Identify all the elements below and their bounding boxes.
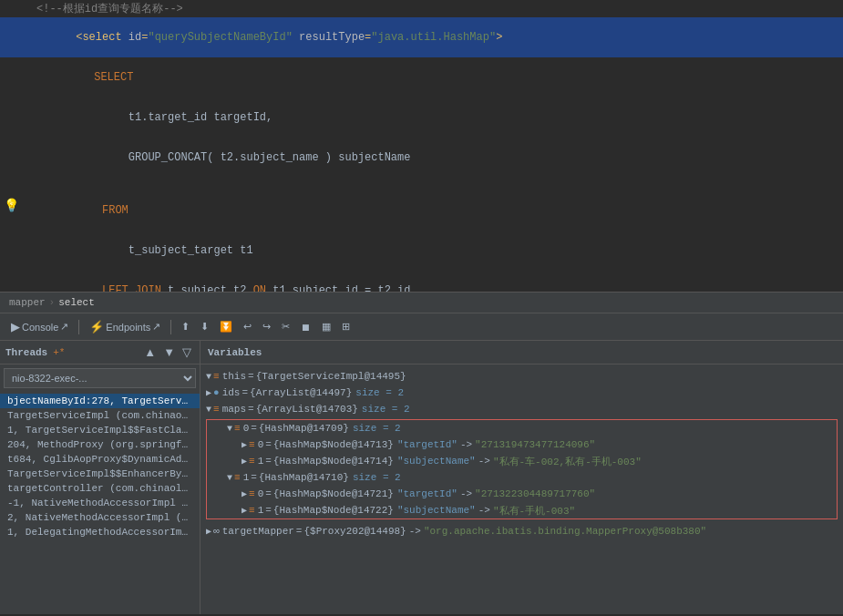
var-val-maps-0-0: {HashMap$Node@14713} xyxy=(273,439,394,450)
thread-item[interactable]: 1, DelegatingMethodAccessorImpl (. xyxy=(0,525,200,539)
expand-maps-0-0[interactable]: ▶ xyxy=(242,439,247,450)
nav-btn-7[interactable]: ⏹ xyxy=(297,320,314,334)
nav-btn-3[interactable]: ⏬ xyxy=(216,319,236,334)
var-row-ids[interactable]: ▶ ● ids = {ArrayList@14497} size = 2 xyxy=(200,385,843,401)
var-eq-maps-1-1: = xyxy=(265,505,272,516)
console-tab[interactable]: ▶ Console ↗ xyxy=(7,318,72,335)
nav-btn-4[interactable]: ↩ xyxy=(240,319,255,334)
breadcrumb-select[interactable]: select xyxy=(58,297,95,308)
thread-down-btn[interactable]: ▼ xyxy=(160,344,178,360)
panel-toolbar: ▶ Console ↗ ⚡ Endpoints ↗ ⬆ ⬇ ⏬ ↩ ↪ ✂ ⏹ … xyxy=(0,313,843,341)
bottom-panel: ▶ Console ↗ ⚡ Endpoints ↗ ⬆ ⬇ ⏬ ↩ ↪ ✂ ⏹ … xyxy=(0,313,843,614)
var-row-maps[interactable]: ▼ ≡ maps = {ArrayList@14703} size = 2 xyxy=(200,401,843,417)
expand-maps-1-0[interactable]: ▶ xyxy=(242,488,247,499)
console-icon: ▶ xyxy=(11,320,20,334)
threads-label: Threads xyxy=(5,347,47,358)
nav-icon-5: ↪ xyxy=(262,321,271,333)
code-line: GROUP_CONCAT( t2.subject_name ) subjectN… xyxy=(0,138,843,178)
thread-item[interactable]: bjectNameById:278, TargetServiceIn xyxy=(0,394,200,408)
thread-filter-btn[interactable]: ▽ xyxy=(180,344,194,360)
nav-btn-2[interactable]: ⬇ xyxy=(197,319,212,334)
console-label: Console xyxy=(22,322,58,333)
thread-list: bjectNameById:278, TargetServiceIn Targe… xyxy=(0,392,200,614)
var-eq-maps-0: = xyxy=(251,423,257,434)
var-icon-maps: ≡ xyxy=(213,404,220,415)
nav-btn-8[interactable]: ▦ xyxy=(318,319,334,334)
var-key-maps-0-1: "subjectName" xyxy=(397,456,476,467)
nav-btn-5[interactable]: ↪ xyxy=(259,319,274,334)
nav-icon-7: ⏹ xyxy=(301,322,311,333)
var-icon-maps-0-0: ≡ xyxy=(249,439,255,450)
breadcrumb: mapper › select xyxy=(0,292,843,313)
nav-icon-2: ⬇ xyxy=(200,321,209,333)
nav-icon-1: ⬆ xyxy=(181,321,190,333)
expand-maps[interactable]: ▼ xyxy=(206,405,211,415)
var-row-maps-1-0[interactable]: ▶ ≡ 0 = {HashMap$Node@14721} "targetId" … xyxy=(207,486,837,502)
thread-up-btn[interactable]: ▲ xyxy=(141,344,159,360)
var-row-this[interactable]: ▼ ≡ this = {TargetServiceImpl@14495} xyxy=(200,368,843,385)
expand-maps-0-1[interactable]: ▶ xyxy=(242,456,247,467)
expand-maps-0[interactable]: ▼ xyxy=(227,424,232,434)
line-content: <!--根据id查询专题名称--> xyxy=(27,1,843,16)
var-name-maps-1: 1 xyxy=(243,472,250,483)
var-size-maps-0: size = 2 xyxy=(353,423,401,434)
endpoints-label: Endpoints xyxy=(106,322,150,333)
thread-item[interactable]: 2, NativeMethodAccessorImpl (sun.r. xyxy=(0,510,200,525)
nav-icon-9: ⊞ xyxy=(342,321,350,333)
var-val-maps: {ArrayList@14703} xyxy=(256,404,358,415)
breadcrumb-mapper[interactable]: mapper xyxy=(9,297,46,308)
thread-item[interactable]: 1, TargetServiceImpl$$FastClassBy$p xyxy=(0,423,200,437)
endpoints-tab[interactable]: ⚡ Endpoints ↗ xyxy=(86,318,164,335)
var-icon-this: ≡ xyxy=(213,371,220,382)
var-row-targetmapper[interactable]: ▶ ∞ targetMapper = {$Proxy202@14498} -> … xyxy=(200,523,843,539)
code-editor: <!--根据id查询专题名称--> <select id="querySubje… xyxy=(0,0,843,292)
thread-item[interactable]: targetController (com.chinaoly.ssb k. xyxy=(0,481,200,496)
var-name-ids: ids xyxy=(222,387,241,398)
var-eq-ids: = xyxy=(242,387,248,398)
thread-select[interactable]: nio-8322-exec-... xyxy=(4,368,196,388)
thread-item[interactable]: TargetServiceImpl (com.chinaoly.sst. xyxy=(0,408,200,423)
nav-btn-9[interactable]: ⊞ xyxy=(338,319,354,334)
nav-icon-4: ↩ xyxy=(243,321,252,333)
var-eq-maps-0-0: = xyxy=(265,439,272,450)
var-icon-maps-1: ≡ xyxy=(234,472,241,483)
thread-item[interactable]: 204, MethodProxy (org.springframew. xyxy=(0,437,200,452)
nav-btn-6[interactable]: ✂ xyxy=(278,319,293,334)
nav-icon-3: ⏬ xyxy=(220,321,232,333)
var-val-this: {TargetServiceImpl@14495} xyxy=(256,371,406,382)
variables-header: Variables xyxy=(200,341,843,364)
line-content: LEFT JOIN t_subject t2 ON t1.subject_id … xyxy=(27,272,843,292)
thread-item[interactable]: t684, CglibAopProxy$DynamicAdvisi. xyxy=(0,452,200,467)
var-strval-maps-1-0: "271322304489717760" xyxy=(475,488,595,499)
var-row-maps-0-1[interactable]: ▶ ≡ 1 = {HashMap$Node@14714} "subjectNam… xyxy=(207,453,837,469)
var-row-maps-0[interactable]: ▼ ≡ 0 = {HashMap@14709} size = 2 xyxy=(207,420,837,436)
var-val-maps-1: {HashMap@14710} xyxy=(259,472,349,483)
nav-icon-6: ✂ xyxy=(282,321,290,333)
var-icon-maps-1-1: ≡ xyxy=(249,505,255,516)
expand-maps-1-1[interactable]: ▶ xyxy=(242,505,247,516)
maps-highlight-box: ▼ ≡ 0 = {HashMap@14709} size = 2 ▶ ≡ 0 = xyxy=(206,419,838,519)
line-content: t1.target_id targetId, xyxy=(27,98,843,137)
var-eq-this: = xyxy=(248,371,254,382)
expand-maps-1[interactable]: ▼ xyxy=(227,473,232,483)
nav-btn-1[interactable]: ⬆ xyxy=(178,319,193,334)
var-row-maps-1[interactable]: ▼ ≡ 1 = {HashMap@14710} size = 2 xyxy=(207,469,837,486)
thread-item[interactable]: -1, NativeMethodAccessorImpl (sun. xyxy=(0,496,200,510)
var-arrow-maps-1-0: -> xyxy=(460,488,472,499)
var-row-maps-1-1[interactable]: ▶ ≡ 1 = {HashMap$Node@14722} "subjectNam… xyxy=(207,502,837,518)
var-strval-maps-0-0: "271319473477124096" xyxy=(475,439,595,450)
expand-targetmapper[interactable]: ▶ xyxy=(206,526,211,537)
expand-this[interactable]: ▼ xyxy=(206,372,211,382)
var-eq-maps: = xyxy=(248,404,254,415)
var-row-maps-0-0[interactable]: ▶ ≡ 0 = {HashMap$Node@14713} "targetId" … xyxy=(207,436,837,453)
code-line: t_subject_target t1 xyxy=(0,231,843,271)
var-strval-maps-0-1: "私有-车-002,私有-手机-003" xyxy=(493,455,642,468)
expand-ids[interactable]: ▶ xyxy=(206,387,211,398)
var-val-maps-0-1: {HashMap$Node@14714} xyxy=(273,456,394,467)
thread-item[interactable]: TargetServiceImpl$$EnhancerBySprin... xyxy=(0,467,200,481)
var-name-maps: maps xyxy=(222,404,246,415)
var-val-maps-1-0: {HashMap$Node@14721} xyxy=(273,488,394,499)
code-line: <!--根据id查询专题名称--> xyxy=(0,0,843,17)
thread-dropdown-container[interactable]: nio-8322-exec-... xyxy=(0,364,200,392)
var-name-maps-0-0: 0 xyxy=(258,439,264,450)
